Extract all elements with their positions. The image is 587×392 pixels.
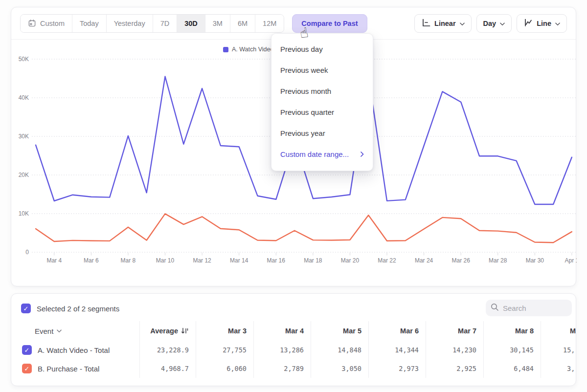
column-header-mar-9[interactable]: Mar 9 bbox=[541, 321, 576, 341]
chart-type-dropdown[interactable]: Line bbox=[517, 14, 567, 33]
average-header-label: Average bbox=[150, 327, 178, 335]
range-label-today: Today bbox=[80, 20, 99, 27]
y-axis-tick-label: 10K bbox=[19, 210, 29, 217]
series-line-b-purchase-total bbox=[36, 214, 572, 242]
scale-dropdown[interactable]: Linear bbox=[414, 14, 472, 33]
column-header-mar-4[interactable]: Mar 4 bbox=[254, 321, 311, 341]
range-button-30d[interactable]: 30D bbox=[177, 15, 205, 32]
day-header-label: Mar 5 bbox=[343, 327, 361, 335]
y-axis-tick-label: 20K bbox=[19, 172, 29, 178]
segments-table-card: ✓ Selected 2 of 2 segments EventAverageM… bbox=[11, 293, 576, 386]
table-row-event-b-purchase-total: ✓B. Purchase - Total bbox=[11, 359, 140, 378]
segments-table: EventAverageMar 3Mar 4Mar 5Mar 6Mar 7Mar… bbox=[11, 321, 576, 378]
y-axis-tick-label: 0 bbox=[25, 249, 29, 256]
x-axis-tick-label: Mar 6 bbox=[84, 257, 99, 264]
menu-item-label: Previous month bbox=[280, 87, 331, 95]
interval-dropdown[interactable]: Day bbox=[476, 14, 512, 33]
cell-mar-3: 6,060 bbox=[196, 359, 254, 378]
menu-item-label: Custom date range... bbox=[280, 150, 349, 158]
scale-dropdown-label: Linear bbox=[434, 20, 456, 27]
segments-header-row: ✓ Selected 2 of 2 segments bbox=[21, 299, 572, 318]
cell-mar-4: 13,286 bbox=[254, 341, 311, 359]
select-all-checkbox[interactable]: ✓ bbox=[21, 304, 31, 313]
line-chart-icon bbox=[523, 19, 533, 28]
cell-average: 4,968.7 bbox=[140, 359, 196, 378]
menu-item-label: Previous year bbox=[280, 129, 325, 137]
cell-mar-8: 6,484 bbox=[484, 359, 541, 378]
chevron-down-icon bbox=[500, 20, 505, 27]
chevron-right-icon bbox=[361, 152, 364, 157]
x-axis-tick-label: Mar 22 bbox=[378, 257, 396, 264]
calendar-icon bbox=[28, 19, 36, 27]
compare-to-past-menu: Previous dayPrevious weekPrevious monthP… bbox=[271, 33, 373, 171]
menu-item-label: Previous day bbox=[280, 45, 323, 53]
row-label: A. Watch Video - Total bbox=[38, 346, 110, 354]
x-axis-tick-label: Mar 8 bbox=[121, 257, 136, 264]
column-header-mar-8[interactable]: Mar 8 bbox=[484, 321, 541, 341]
range-button-yesterday[interactable]: Yesterday bbox=[107, 15, 153, 32]
range-button-7d[interactable]: 7D bbox=[153, 15, 178, 32]
chevron-down-icon bbox=[460, 20, 465, 27]
x-axis-tick-label: Mar 4 bbox=[46, 257, 62, 264]
x-axis-tick-label: Mar 14 bbox=[230, 257, 248, 264]
compare-to-past-label: Compare to Past bbox=[301, 20, 358, 27]
column-header-average[interactable]: Average bbox=[140, 321, 196, 341]
sort-descending-icon bbox=[181, 327, 189, 334]
search-box[interactable] bbox=[486, 300, 572, 316]
y-axis-tick-label: 30K bbox=[19, 133, 29, 140]
day-header-label: Mar 7 bbox=[458, 327, 476, 335]
day-header-label: Mar 8 bbox=[515, 327, 534, 335]
cell-mar-4: 2,789 bbox=[254, 359, 311, 378]
cell-mar-7: 2,925 bbox=[426, 359, 484, 378]
dashboard: CustomTodayYesterday7D30D3M6M12M Compare… bbox=[0, 0, 587, 392]
chart-card: CustomTodayYesterday7D30D3M6M12M Compare… bbox=[11, 7, 576, 286]
x-axis-tick-label: Mar 26 bbox=[452, 257, 470, 264]
range-label-yesterday: Yesterday bbox=[114, 20, 145, 27]
cell-mar-9: 3, bbox=[541, 359, 576, 378]
column-header-mar-5[interactable]: Mar 5 bbox=[311, 321, 369, 341]
table-row-event-a-watch-video-total: ✓A. Watch Video - Total bbox=[11, 341, 140, 359]
x-axis-tick-label: Mar 18 bbox=[304, 257, 322, 264]
column-header-mar-7[interactable]: Mar 7 bbox=[426, 321, 484, 341]
range-button-6m[interactable]: 6M bbox=[230, 15, 255, 32]
x-axis-tick-label: Mar 28 bbox=[489, 257, 507, 264]
compare-to-past-button[interactable]: Compare to Past bbox=[292, 14, 367, 33]
range-button-3m[interactable]: 3M bbox=[205, 15, 230, 32]
menu-item-previous-week[interactable]: Previous week bbox=[271, 60, 373, 81]
menu-item-label: Previous quarter bbox=[280, 108, 334, 116]
row-checkbox-b-purchase-total[interactable]: ✓ bbox=[22, 364, 32, 373]
menu-item-previous-year[interactable]: Previous year bbox=[271, 123, 373, 144]
row-checkbox-a-watch-video-total[interactable]: ✓ bbox=[22, 345, 32, 355]
event-header-label: Event bbox=[35, 327, 53, 335]
menu-item-previous-day[interactable]: Previous day bbox=[271, 39, 373, 60]
day-header-label: Mar 9 bbox=[570, 327, 576, 335]
column-header-mar-3[interactable]: Mar 3 bbox=[196, 321, 254, 341]
column-header-mar-6[interactable]: Mar 6 bbox=[369, 321, 426, 341]
menu-item-previous-month[interactable]: Previous month bbox=[271, 81, 373, 102]
y-axis-tick-label: 40K bbox=[19, 94, 29, 101]
cell-mar-3: 27,755 bbox=[196, 341, 254, 359]
range-button-12m[interactable]: 12M bbox=[255, 15, 284, 32]
x-axis-tick-label: Mar 16 bbox=[267, 257, 286, 264]
chevron-down-icon bbox=[57, 329, 62, 333]
cell-mar-5: 14,848 bbox=[311, 341, 369, 359]
range-button-custom[interactable]: Custom bbox=[21, 15, 72, 32]
cell-mar-9: 15, bbox=[541, 341, 576, 359]
range-button-today[interactable]: Today bbox=[72, 15, 107, 32]
day-header-label: Mar 4 bbox=[285, 327, 304, 335]
x-axis-tick-label: Mar 20 bbox=[341, 257, 360, 264]
selected-segments-label: Selected 2 of 2 segments bbox=[37, 305, 119, 313]
search-input[interactable] bbox=[503, 304, 562, 312]
range-label-30d: 30D bbox=[184, 20, 198, 27]
row-label: B. Purchase - Total bbox=[38, 365, 99, 373]
menu-item-label: Previous week bbox=[280, 66, 328, 74]
range-label-7d: 7D bbox=[160, 20, 170, 27]
cell-mar-6: 14,344 bbox=[369, 341, 426, 359]
menu-item-previous-quarter[interactable]: Previous quarter bbox=[271, 102, 373, 123]
cell-mar-7: 14,230 bbox=[426, 341, 484, 359]
column-header-event[interactable]: Event bbox=[11, 321, 140, 341]
x-axis-tick-label: Mar 30 bbox=[526, 257, 544, 264]
interval-dropdown-label: Day bbox=[483, 20, 497, 27]
menu-item-custom-date-range[interactable]: Custom date range... bbox=[271, 144, 373, 165]
search-icon bbox=[491, 303, 499, 313]
